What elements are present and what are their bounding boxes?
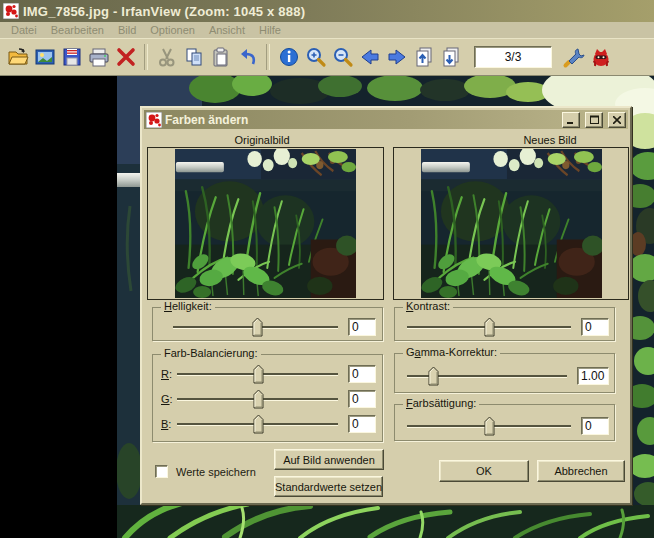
irfanview-logo-icon xyxy=(146,112,162,128)
toolbar-separator xyxy=(266,44,270,70)
image-viewport[interactable]: Farben ändern Originalbild Neues Bild He… xyxy=(0,76,654,538)
color-balance-label: Farb-Balancierung: xyxy=(161,347,261,359)
zoom-out-icon[interactable] xyxy=(329,43,356,71)
blue-channel-row: B: 0 xyxy=(161,414,376,434)
about-irfanview-icon[interactable] xyxy=(587,43,614,71)
slideshow-icon[interactable] xyxy=(31,43,58,71)
color-balance-group: Farb-Balancierung: R: 0 G: 0 xyxy=(152,354,383,442)
slider-thumb[interactable] xyxy=(253,389,264,409)
settings-icon[interactable] xyxy=(560,43,587,71)
saturation-label: Farbsättigung: xyxy=(403,397,479,409)
menu-optionen[interactable]: Optionen xyxy=(143,22,202,38)
window-titlebar: IMG_7856.jpg - IrfanView (Zoom: 1045 x 8… xyxy=(0,0,654,22)
close-button[interactable] xyxy=(608,112,626,128)
farben-aendern-dialog: Farben ändern Originalbild Neues Bild He… xyxy=(140,106,632,505)
save-values-label: Werte speichern xyxy=(176,466,256,478)
undo-icon[interactable] xyxy=(234,43,261,71)
window-title: IMG_7856.jpg - IrfanView (Zoom: 1045 x 8… xyxy=(23,4,305,19)
red-channel-row: R: 0 xyxy=(161,364,376,384)
green-value-input[interactable]: 0 xyxy=(348,390,376,408)
new-image-label: Neues Bild xyxy=(450,134,650,146)
previous-image-icon[interactable] xyxy=(356,43,383,71)
blue-value-input[interactable]: 0 xyxy=(348,415,376,433)
paste-icon[interactable] xyxy=(207,43,234,71)
delete-icon[interactable] xyxy=(112,43,139,71)
gamma-value-input[interactable]: 1.00 xyxy=(577,367,609,385)
open-icon[interactable] xyxy=(4,43,31,71)
gamma-group: Gamma-Korrektur: 1.00 xyxy=(394,353,615,393)
menu-ansicht[interactable]: Ansicht xyxy=(202,22,252,38)
menu-datei[interactable]: Datei xyxy=(4,22,44,38)
ok-button[interactable]: OK xyxy=(439,460,529,482)
next-image-icon[interactable] xyxy=(383,43,410,71)
green-slider[interactable] xyxy=(177,389,338,409)
slider-thumb[interactable] xyxy=(428,366,439,386)
saturation-group: Farbsättigung: 0 xyxy=(394,404,615,441)
copy-icon[interactable] xyxy=(180,43,207,71)
save-icon[interactable] xyxy=(58,43,85,71)
toolbar-separator xyxy=(144,44,148,70)
page-down-icon[interactable] xyxy=(437,43,464,71)
set-defaults-button[interactable]: Standardwerte setzen xyxy=(274,476,383,497)
brightness-value-input[interactable]: 0 xyxy=(348,318,376,336)
save-values-checkbox-row: Werte speichern xyxy=(155,465,256,478)
cut-icon[interactable] xyxy=(153,43,180,71)
original-image-label: Originalbild xyxy=(162,134,362,146)
green-channel-row: G: 0 xyxy=(161,389,376,409)
blue-slider[interactable] xyxy=(177,414,338,434)
contrast-value-input[interactable]: 0 xyxy=(581,318,609,336)
red-slider[interactable] xyxy=(177,364,338,384)
contrast-group: Kontrast: 0 xyxy=(394,307,615,341)
green-label: G: xyxy=(161,393,177,405)
brightness-label: Helligkeit: xyxy=(161,300,215,312)
maximize-button[interactable] xyxy=(585,112,603,128)
dialog-titlebar[interactable]: Farben ändern xyxy=(144,110,628,129)
contrast-label: Kontrast: xyxy=(403,300,453,312)
menubar: Datei Bearbeiten Bild Optionen Ansicht H… xyxy=(0,22,654,38)
slider-thumb[interactable] xyxy=(484,317,495,337)
menu-hilfe[interactable]: Hilfe xyxy=(252,22,288,38)
saturation-value-input[interactable]: 0 xyxy=(581,417,609,435)
page-counter-input[interactable]: 3/3 xyxy=(474,46,552,68)
dialog-title: Farben ändern xyxy=(165,113,559,127)
original-preview-image xyxy=(175,149,356,298)
brightness-slider[interactable] xyxy=(173,317,338,337)
menu-bild[interactable]: Bild xyxy=(111,22,143,38)
slider-thumb[interactable] xyxy=(252,317,263,337)
gamma-label: Gamma-Korrektur: xyxy=(403,346,500,358)
new-preview-image xyxy=(421,149,602,298)
apply-to-image-button[interactable]: Auf Bild anwenden xyxy=(274,449,384,470)
brightness-group: Helligkeit: 0 xyxy=(152,307,383,341)
gamma-slider[interactable] xyxy=(407,366,567,386)
toolbar: 3/3 xyxy=(0,38,654,76)
red-value-input[interactable]: 0 xyxy=(348,365,376,383)
slider-thumb[interactable] xyxy=(253,364,264,384)
slider-thumb[interactable] xyxy=(253,414,264,434)
save-values-checkbox[interactable] xyxy=(155,465,168,478)
contrast-slider[interactable] xyxy=(407,317,571,337)
print-icon[interactable] xyxy=(85,43,112,71)
saturation-slider[interactable] xyxy=(407,416,571,436)
zoom-in-icon[interactable] xyxy=(302,43,329,71)
original-preview-panel xyxy=(147,147,384,300)
slider-thumb[interactable] xyxy=(484,416,495,436)
minimize-button[interactable] xyxy=(562,112,580,128)
cancel-button[interactable]: Abbrechen xyxy=(537,460,625,482)
info-icon[interactable] xyxy=(275,43,302,71)
red-label: R: xyxy=(161,368,177,380)
page-up-icon[interactable] xyxy=(410,43,437,71)
menu-bearbeiten[interactable]: Bearbeiten xyxy=(44,22,111,38)
new-preview-panel xyxy=(393,147,629,300)
irfanview-logo-icon xyxy=(3,3,19,19)
blue-label: B: xyxy=(161,418,177,430)
